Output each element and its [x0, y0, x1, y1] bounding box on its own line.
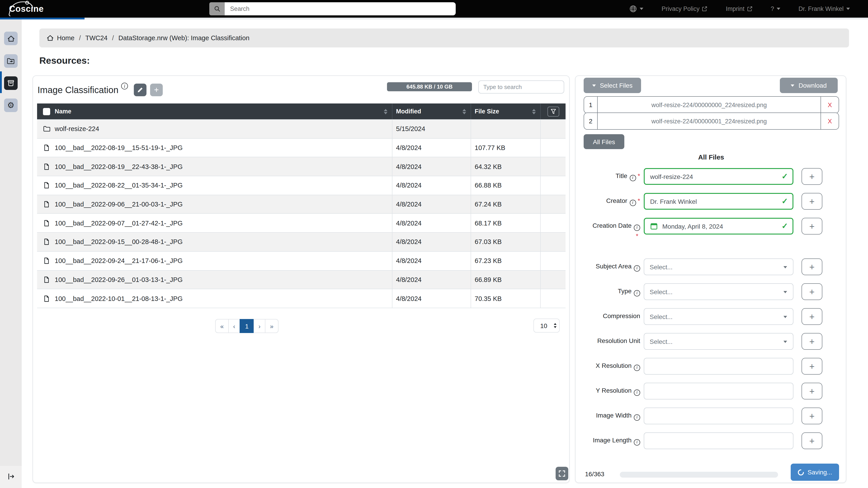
- selected-file-name: wolf-resize-224/00000001_224resized.png: [598, 113, 820, 129]
- add-field-value-button[interactable]: +: [802, 259, 822, 275]
- table-row[interactable]: 100__bad__2022-08-19__22-43-38-1-_JPG 4/…: [37, 157, 565, 176]
- pagination-last-button[interactable]: »: [265, 319, 278, 333]
- column-header-filter: [540, 103, 565, 119]
- file-size: 67.24 KB: [471, 195, 540, 214]
- file-name: 100__bad__2022-09-07__01-27-42-1-_JPG: [55, 220, 183, 227]
- column-header-name[interactable]: Name: [37, 103, 392, 119]
- download-button[interactable]: Download: [780, 78, 838, 93]
- sidebar-item-settings[interactable]: ⚙: [4, 98, 18, 112]
- field-input[interactable]: Select...: [644, 308, 794, 325]
- file-search-input[interactable]: [478, 80, 564, 94]
- collapse-arrow-icon: [7, 473, 15, 480]
- field-input[interactable]: wolf-resize-224 ✓: [644, 168, 794, 185]
- gear-icon: ⚙: [7, 101, 14, 109]
- field-input[interactable]: [644, 433, 794, 449]
- metadata-field-row: Typei Select... +: [576, 284, 847, 300]
- info-icon[interactable]: i: [629, 175, 636, 181]
- table-row[interactable]: 100__bad__2022-09-26__01-03-13-1-_JPG 4/…: [37, 270, 565, 289]
- field-input[interactable]: Select...: [644, 284, 794, 300]
- add-field-value-button[interactable]: +: [802, 218, 822, 234]
- info-icon[interactable]: i: [629, 200, 636, 206]
- field-input[interactable]: [644, 358, 794, 375]
- page-size-select[interactable]: 10: [533, 319, 560, 332]
- add-field-value-button[interactable]: +: [802, 433, 822, 449]
- pagination-current-page[interactable]: 1: [240, 319, 254, 333]
- edit-resource-button[interactable]: [134, 84, 147, 96]
- required-asterisk: *: [638, 197, 640, 204]
- pagination-prev-button[interactable]: ‹: [228, 319, 240, 333]
- table-row[interactable]: 100__bad__2022-10-01__21-08-13-1-_JPG 4/…: [37, 289, 565, 307]
- add-field-value-button[interactable]: +: [802, 168, 822, 185]
- add-field-value-button[interactable]: +: [802, 308, 822, 325]
- breadcrumb-project[interactable]: TWC24: [85, 34, 107, 41]
- info-icon[interactable]: i: [634, 265, 640, 272]
- table-row[interactable]: 100__bad__2022-09-24__21-17-06-1-_JPG 4/…: [37, 251, 565, 270]
- table-row[interactable]: 100__bad__2022-09-07__01-27-42-1-_JPG 4/…: [37, 214, 565, 232]
- file-name: 100__bad__2022-09-26__01-03-13-1-_JPG: [55, 276, 183, 283]
- table-row[interactable]: 100__bad__2022-09-06__21-00-03-1-_JPG 4/…: [37, 195, 565, 214]
- add-field-value-button[interactable]: +: [802, 284, 822, 300]
- info-icon[interactable]: i: [634, 290, 640, 297]
- column-header-filesize[interactable]: File Size: [471, 103, 540, 119]
- selected-file-row: 1 wolf-resize-224/00000000_224resized.pn…: [584, 96, 839, 113]
- filter-button[interactable]: [547, 106, 559, 116]
- table-row[interactable]: 100__bad__2022-08-19__15-51-19-1-_JPG 4/…: [37, 138, 565, 157]
- remove-file-button[interactable]: X: [820, 97, 839, 113]
- table-row[interactable]: wolf-resize-224 5/15/2024: [37, 119, 565, 138]
- global-search: [209, 2, 456, 15]
- imprint-link[interactable]: Imprint: [726, 5, 753, 12]
- field-value: Select...: [650, 338, 673, 345]
- table-row[interactable]: 100__bad__2022-09-15__00-28-48-1-_JPG 4/…: [37, 232, 565, 251]
- help-menu[interactable]: ?: [771, 5, 780, 12]
- file-size: 107.77 KB: [471, 138, 540, 157]
- sidebar-item-projects[interactable]: [4, 54, 18, 68]
- field-input[interactable]: Select...: [644, 259, 794, 275]
- funnel-icon: [550, 108, 556, 115]
- add-field-value-button[interactable]: +: [802, 193, 822, 210]
- info-icon[interactable]: i: [634, 225, 640, 231]
- field-input[interactable]: Monday, April 8, 2024 ✓: [644, 218, 794, 234]
- fullscreen-button[interactable]: [556, 467, 568, 480]
- sidebar-item-resources[interactable]: [4, 76, 18, 90]
- all-files-button[interactable]: All Files: [584, 134, 624, 149]
- add-field-value-button[interactable]: +: [802, 333, 822, 350]
- search-icon[interactable]: [209, 2, 225, 15]
- select-files-button[interactable]: Select Files: [584, 78, 641, 93]
- info-icon[interactable]: i: [634, 365, 640, 371]
- saving-button[interactable]: Saving...: [791, 464, 839, 481]
- user-menu[interactable]: Dr. Frank Winkel: [798, 5, 850, 12]
- sort-icon: [384, 109, 388, 114]
- file-modified-date: 4/8/2024: [392, 270, 471, 289]
- search-input[interactable]: [225, 2, 456, 15]
- privacy-policy-link[interactable]: Privacy Policy: [662, 5, 708, 12]
- pagination-next-button[interactable]: ›: [254, 319, 266, 333]
- coscine-logo[interactable]: Coscine: [9, 0, 43, 18]
- home-icon: [7, 35, 15, 42]
- field-input[interactable]: Select...: [644, 333, 794, 350]
- select-all-checkbox[interactable]: [43, 108, 50, 115]
- field-input[interactable]: Dr. Frank Winkel ✓: [644, 193, 794, 210]
- field-input[interactable]: [644, 408, 794, 424]
- metadata-field-row: Subject Areai Select... +: [576, 259, 847, 275]
- info-icon[interactable]: i: [634, 440, 640, 446]
- chevron-down-icon: [846, 8, 850, 10]
- info-icon[interactable]: i: [121, 83, 128, 90]
- info-icon[interactable]: i: [634, 415, 640, 421]
- info-icon[interactable]: i: [634, 390, 640, 396]
- file-size: 64.32 KB: [471, 158, 540, 176]
- sidebar-item-home[interactable]: [4, 32, 18, 45]
- sidebar-collapse-button[interactable]: [4, 471, 17, 482]
- column-header-modified[interactable]: Modified: [392, 103, 471, 119]
- breadcrumb-home[interactable]: Home: [57, 34, 74, 41]
- add-field-value-button[interactable]: +: [802, 383, 822, 400]
- table-row[interactable]: 100__bad__2022-08-22__01-35-34-1-_JPG 4/…: [37, 176, 565, 195]
- add-field-value-button[interactable]: +: [802, 358, 822, 375]
- files-panel-header: Image Classification i +: [37, 82, 163, 98]
- pagination-first-button[interactable]: «: [215, 319, 229, 333]
- remove-file-button[interactable]: X: [820, 113, 839, 129]
- add-resource-button[interactable]: +: [150, 84, 163, 96]
- add-field-value-button[interactable]: +: [802, 408, 822, 424]
- file-size: 66.89 KB: [471, 270, 540, 289]
- field-input[interactable]: [644, 383, 794, 400]
- language-menu[interactable]: [629, 5, 644, 13]
